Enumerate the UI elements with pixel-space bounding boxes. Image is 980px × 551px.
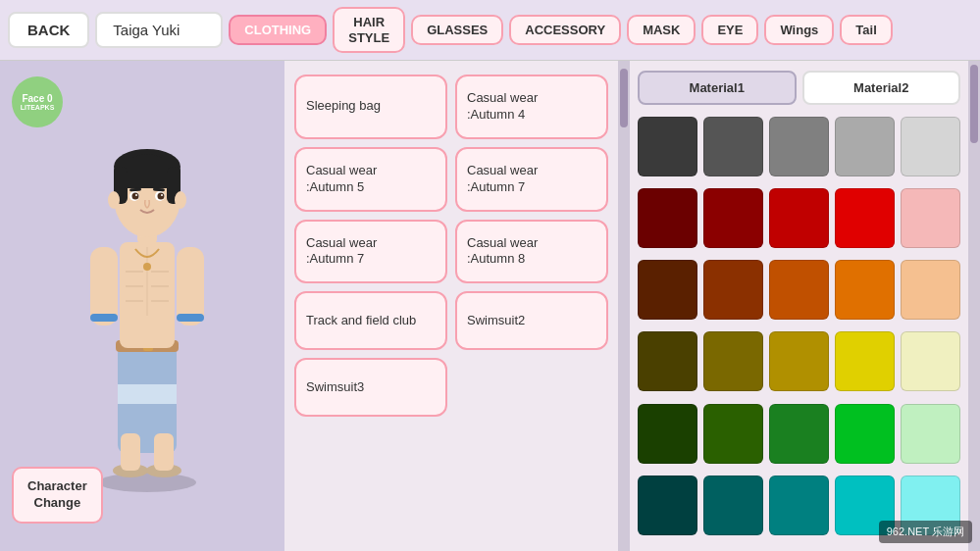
color-swatch-23[interactable] bbox=[835, 404, 895, 464]
tab-wings[interactable]: Wings bbox=[764, 15, 834, 46]
color-scrollbar[interactable] bbox=[968, 61, 980, 551]
svg-point-37 bbox=[161, 194, 163, 196]
svg-rect-25 bbox=[177, 314, 204, 322]
svg-point-0 bbox=[98, 473, 196, 492]
character-figure bbox=[49, 90, 245, 502]
svg-point-36 bbox=[135, 194, 137, 196]
material2-tab[interactable]: Material2 bbox=[802, 71, 961, 105]
material-tabs: Material1 Material2 bbox=[638, 71, 960, 105]
clothing-item-swimsuit2[interactable]: Swimsuit2 bbox=[455, 291, 608, 350]
back-button[interactable]: BACK bbox=[8, 12, 89, 48]
color-swatch-6[interactable] bbox=[703, 188, 763, 248]
color-swatch-1[interactable] bbox=[703, 117, 763, 176]
color-panel: Material1 Material2 bbox=[630, 61, 968, 551]
tab-mask[interactable]: MASK bbox=[627, 15, 696, 46]
top-bar: BACK Taiga Yuki CLOTHING HAIRSTYLE GLASS… bbox=[0, 0, 980, 61]
color-swatch-24[interactable] bbox=[901, 404, 960, 464]
tab-hairstyle[interactable]: HAIRSTYLE bbox=[333, 7, 405, 53]
clothing-item-swimsuit3[interactable]: Swimsuit3 bbox=[294, 358, 447, 417]
clothing-item-casual-autumn-7b[interactable]: Casual wear:Autumn 7 bbox=[294, 220, 447, 284]
clothing-item-sleeping-bag[interactable]: Sleeping bag bbox=[294, 75, 447, 139]
character-svg bbox=[49, 90, 245, 502]
color-swatch-8[interactable] bbox=[835, 188, 895, 248]
tab-accessory[interactable]: ACCESSORY bbox=[509, 15, 621, 46]
color-swatch-11[interactable] bbox=[703, 260, 763, 320]
tab-glasses[interactable]: GLASSES bbox=[411, 15, 503, 46]
color-swatch-0[interactable] bbox=[638, 117, 697, 176]
color-swatch-2[interactable] bbox=[769, 117, 829, 176]
color-scroll-thumb bbox=[970, 65, 978, 143]
svg-point-35 bbox=[158, 193, 165, 200]
color-swatch-16[interactable] bbox=[703, 331, 763, 391]
color-swatch-21[interactable] bbox=[703, 404, 763, 464]
face-label: Face 0 bbox=[22, 93, 52, 104]
svg-point-41 bbox=[175, 191, 186, 209]
color-swatch-9[interactable] bbox=[901, 188, 960, 248]
clothing-item-casual-autumn-5[interactable]: Casual wear:Autumn 5 bbox=[294, 147, 447, 212]
color-swatch-25[interactable] bbox=[638, 476, 697, 535]
tab-eye[interactable]: EYE bbox=[701, 15, 758, 46]
color-swatch-15[interactable] bbox=[638, 331, 697, 391]
clothing-item-casual-autumn-4[interactable]: Casual wear:Autumn 4 bbox=[455, 75, 608, 139]
clothing-item-track-field[interactable]: Track and field club bbox=[294, 291, 447, 350]
color-swatch-13[interactable] bbox=[835, 260, 895, 320]
tab-clothing[interactable]: CLOTHING bbox=[229, 15, 327, 46]
svg-point-34 bbox=[132, 193, 139, 200]
color-swatch-5[interactable] bbox=[638, 188, 697, 248]
color-swatch-27[interactable] bbox=[769, 476, 829, 535]
clothing-scrollbar[interactable] bbox=[618, 61, 630, 551]
svg-rect-8 bbox=[118, 384, 177, 404]
svg-rect-11 bbox=[121, 433, 140, 471]
character-panel: Face 0 LITEAPKS bbox=[0, 61, 284, 551]
liteapks-label: LITEAPKS bbox=[21, 104, 55, 111]
color-swatch-20[interactable] bbox=[638, 404, 697, 464]
clothing-grid: Sleeping bag Casual wear:Autumn 4 Casual… bbox=[292, 71, 610, 421]
color-swatch-4[interactable] bbox=[901, 117, 960, 176]
color-grid bbox=[638, 117, 960, 541]
clothing-scroll-thumb bbox=[620, 69, 628, 127]
character-name: Taiga Yuki bbox=[95, 12, 223, 48]
clothing-item-casual-autumn-8[interactable]: Casual wear:Autumn 8 bbox=[455, 220, 608, 284]
color-swatch-22[interactable] bbox=[769, 404, 829, 464]
color-swatch-18[interactable] bbox=[835, 331, 895, 391]
color-swatch-17[interactable] bbox=[769, 331, 829, 391]
main-area: Face 0 LITEAPKS bbox=[0, 61, 980, 551]
watermark: 962.NET 乐游网 bbox=[879, 521, 972, 543]
color-swatch-10[interactable] bbox=[638, 260, 697, 320]
color-swatch-26[interactable] bbox=[703, 476, 763, 535]
svg-rect-24 bbox=[90, 314, 118, 322]
svg-point-40 bbox=[108, 191, 120, 209]
clothing-item-casual-autumn-7a[interactable]: Casual wear:Autumn 7 bbox=[455, 147, 608, 212]
svg-point-21 bbox=[143, 263, 151, 271]
color-swatch-12[interactable] bbox=[769, 260, 829, 320]
color-swatch-3[interactable] bbox=[835, 117, 895, 176]
face-badge[interactable]: Face 0 LITEAPKS bbox=[12, 76, 63, 127]
color-swatch-19[interactable] bbox=[901, 331, 960, 391]
character-change-button[interactable]: CharacterChange bbox=[12, 467, 103, 524]
color-swatch-7[interactable] bbox=[769, 188, 829, 248]
tab-tail[interactable]: Tail bbox=[840, 15, 892, 46]
svg-rect-12 bbox=[154, 433, 174, 471]
color-swatch-14[interactable] bbox=[901, 260, 960, 320]
clothing-panel: Sleeping bag Casual wear:Autumn 4 Casual… bbox=[284, 61, 618, 551]
material1-tab[interactable]: Material1 bbox=[638, 71, 797, 105]
